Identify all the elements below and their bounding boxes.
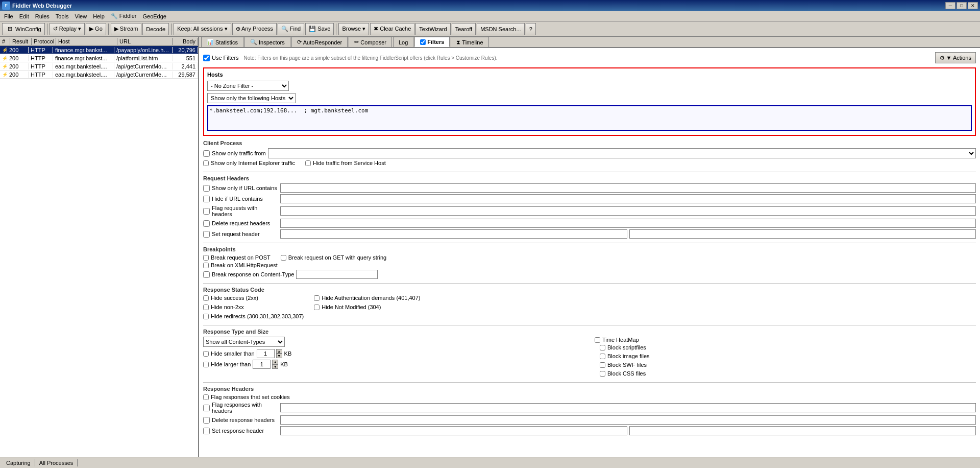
tab-log[interactable]: Log (393, 37, 413, 47)
break-content-type-input[interactable] (296, 270, 378, 279)
textwizard-button[interactable]: TextWizard (415, 23, 450, 35)
hide-smaller-checkbox[interactable] (203, 351, 209, 357)
tearoff-button[interactable]: Tearoff (452, 23, 476, 35)
keep-button[interactable]: Keep: All sessions ▾ (174, 23, 231, 35)
break-get-checkbox[interactable] (281, 255, 286, 261)
flag-requests-checkbox[interactable] (203, 208, 210, 215)
set-request-header-name-input[interactable] (280, 229, 627, 239)
help-button[interactable]: ? (526, 23, 536, 35)
row-host: finance.mgr.bankst... (53, 47, 114, 53)
hide-not-modified-checkbox[interactable] (314, 305, 320, 310)
menu-help[interactable]: Help (90, 13, 108, 20)
table-row[interactable]: ⚡7 200 HTTP eac.mgr.banksteel.... /api/g… (0, 71, 198, 79)
tab-statistics[interactable]: 📊 Statistics (201, 37, 243, 47)
block-scriptfiles-checkbox[interactable] (600, 345, 605, 350)
tab-timeline[interactable]: ⧗ Timeline (451, 37, 488, 47)
menu-fiddler[interactable]: 🔧 Fiddler (108, 12, 140, 20)
time-heatmap-checkbox[interactable] (595, 337, 600, 343)
tab-composer[interactable]: ✏ Composer (349, 37, 392, 47)
table-row[interactable]: ⚡6 200 HTTP eac.mgr.banksteel.... /api/g… (0, 62, 198, 71)
hide-url-contains-input[interactable] (280, 194, 976, 203)
set-request-header-value-input[interactable] (629, 229, 976, 239)
hide-non2xx-checkbox[interactable] (203, 305, 209, 310)
filters-checkbox[interactable] (420, 39, 426, 45)
block-swf-checkbox[interactable] (600, 362, 605, 368)
hide-larger-down[interactable]: ▼ (272, 364, 278, 369)
hide-auth-checkbox[interactable] (314, 295, 320, 301)
show-url-contains-checkbox[interactable] (203, 185, 210, 192)
hide-success-checkbox[interactable] (203, 295, 209, 301)
hide-url-contains-checkbox[interactable] (203, 196, 210, 202)
decode-button[interactable]: Decode (142, 23, 169, 35)
menu-edit[interactable]: Edit (16, 13, 32, 20)
hide-redirects-checkbox[interactable] (203, 314, 209, 319)
use-filters-checkbox[interactable] (203, 55, 210, 61)
show-hosts-select[interactable]: Show only the following Hosts (207, 93, 296, 103)
flag-resp-headers-checkbox[interactable] (203, 405, 210, 411)
delete-request-headers-checkbox[interactable] (203, 220, 210, 227)
col-header-host: Host (56, 38, 117, 45)
hide-smaller-up[interactable]: ▲ (276, 349, 282, 354)
minimize-button[interactable]: ─ (945, 2, 955, 9)
break-xml-checkbox[interactable] (203, 263, 209, 268)
response-type-section: Response Type and Size Show all Content-… (203, 329, 976, 378)
hide-larger-input[interactable] (253, 360, 271, 369)
traffic-process-select[interactable] (268, 148, 976, 158)
go-button[interactable]: ▶ Go (86, 23, 106, 35)
show-url-contains-input[interactable] (280, 183, 976, 193)
row-result: 200 (7, 47, 29, 53)
block-imagefiles-checkbox[interactable] (600, 354, 605, 359)
set-resp-header-checkbox[interactable] (203, 428, 210, 434)
clear-cache-button[interactable]: ✖ Clear Cache (370, 23, 414, 35)
row-body: 29,587 (173, 72, 198, 78)
set-request-header-checkbox[interactable] (203, 231, 210, 238)
flag-requests-input[interactable] (280, 206, 976, 216)
hide-url-contains-row: Hide if URL contains (203, 194, 976, 203)
menu-file[interactable]: File (1, 13, 16, 20)
flag-cookies-checkbox[interactable] (203, 394, 209, 400)
stream-button[interactable]: ▶ Stream (111, 23, 142, 35)
any-process-button[interactable]: ⊕ Any Process (232, 23, 277, 35)
flag-resp-headers-input[interactable] (280, 403, 976, 412)
hosts-section-title: Hosts (207, 72, 972, 78)
tab-autoresponder[interactable]: ⟳ AutoResponder (291, 37, 348, 47)
set-resp-header-name-input[interactable] (280, 426, 627, 435)
close-button[interactable]: ✕ (968, 2, 978, 9)
delete-resp-headers-checkbox[interactable] (203, 417, 210, 424)
block-css-checkbox[interactable] (600, 371, 605, 377)
hide-service-host-checkbox[interactable] (305, 160, 311, 166)
msdn-button[interactable]: MSDN Search... (477, 23, 524, 35)
hide-smaller-input[interactable] (257, 349, 275, 358)
toolbar-sep-4 (336, 24, 336, 35)
break-content-type-checkbox[interactable] (203, 271, 210, 278)
hosts-textarea[interactable]: *.banksteel.com;192.168... ; mgt.bankste… (207, 105, 972, 131)
table-row[interactable]: ⚡3 200 HTTP finance.mgr.bankst... /payap… (0, 46, 198, 54)
break-post-checkbox[interactable] (203, 255, 209, 261)
menu-geoedge[interactable]: GeoEdge (139, 13, 169, 20)
zone-filter-select[interactable]: - No Zone Filter - (207, 81, 289, 91)
table-row[interactable]: ⚡5 200 HTTP finance.mgr.bankst... /platf… (0, 54, 198, 62)
delete-resp-headers-input[interactable] (280, 415, 976, 425)
save-button[interactable]: 💾 Save (305, 23, 334, 35)
menu-rules[interactable]: Rules (32, 13, 53, 20)
menu-tools[interactable]: Tools (53, 13, 72, 20)
restore-button[interactable]: □ (957, 2, 967, 9)
browse-button[interactable]: Browse ▾ (338, 23, 369, 35)
tab-inspectors[interactable]: 🔍 Inspectors (244, 37, 290, 47)
content-types-select[interactable]: Show all Content-Types (203, 337, 285, 347)
find-button[interactable]: 🔍 Find (278, 23, 304, 35)
hide-larger-checkbox[interactable] (203, 362, 209, 367)
menu-view[interactable]: View (72, 13, 90, 20)
actions-button[interactable]: ⚙ ▼ Actions (935, 52, 976, 63)
hide-service-host-label: Hide traffic from Service Host (313, 160, 386, 166)
show-only-traffic-checkbox[interactable] (203, 150, 210, 157)
breakpoints-title: Breakpoints (203, 246, 976, 252)
tab-filters[interactable]: Filters (414, 37, 450, 47)
hide-larger-up[interactable]: ▲ (272, 360, 278, 364)
replay-button[interactable]: ↺ Replay ▾ (50, 23, 85, 35)
delete-request-headers-input[interactable] (280, 219, 976, 228)
hide-smaller-down[interactable]: ▼ (276, 354, 282, 358)
winconfig-button[interactable]: ⊞ WinConfig (2, 23, 45, 35)
set-resp-header-value-input[interactable] (629, 426, 976, 435)
show-ie-traffic-checkbox[interactable] (203, 160, 209, 166)
